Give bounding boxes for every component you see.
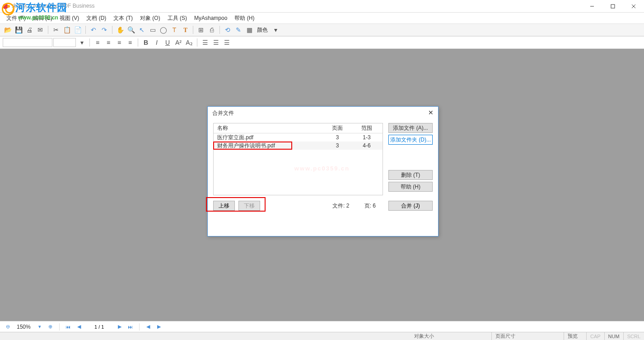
menu-file[interactable]: 文件 (F): [4, 14, 28, 23]
subscript-icon[interactable]: A₂: [184, 38, 194, 47]
file-list[interactable]: 名称 页面 范围 医疗室立面.pdf 3 1-3 财务用户操作说明书.pdf 3…: [213, 123, 383, 195]
cut-icon[interactable]: ✂: [51, 25, 61, 35]
font-size-dropdown[interactable]: [53, 38, 76, 47]
undo-icon[interactable]: ↶: [89, 25, 98, 35]
menu-edit[interactable]: 编辑 (E): [30, 14, 55, 23]
last-page-button[interactable]: ⏭: [126, 323, 135, 331]
form-icon[interactable]: ⊞: [196, 25, 206, 35]
status-page-size: 页面尺寸: [492, 332, 564, 340]
row-range: 1-3: [351, 134, 383, 141]
fill-icon[interactable]: ▦: [244, 25, 254, 35]
line-spacing-3-icon[interactable]: ☰: [222, 38, 232, 47]
page-count: 页: 6: [364, 203, 376, 209]
maximize-button[interactable]: [602, 0, 623, 13]
zoom-in-button[interactable]: ⊕: [47, 323, 55, 331]
paste-icon[interactable]: 📄: [73, 25, 83, 35]
nav-forward-button[interactable]: ▶: [155, 323, 163, 331]
menu-object[interactable]: 对象 (O): [137, 14, 163, 23]
email-icon[interactable]: ✉: [35, 25, 45, 35]
list-row[interactable]: 财务用户操作说明书.pdf 3 4-6: [214, 142, 383, 150]
copy-icon[interactable]: 📋: [62, 25, 72, 35]
page-number-input[interactable]: [86, 324, 113, 330]
bottom-nav-bar: ⊖ 150% ▾ ⊕ ⏮ ◀ ▶ ⏭ ◀ ▶: [0, 321, 644, 332]
link-icon[interactable]: ⟲: [223, 25, 233, 35]
minimize-button[interactable]: [582, 0, 602, 13]
row-pages: 3: [324, 134, 351, 141]
title-bar: 未命名 - Ashampoo PDF Business: [0, 0, 644, 13]
print-icon[interactable]: 🖨: [24, 25, 34, 35]
hand-icon[interactable]: ✋: [115, 25, 125, 35]
column-name[interactable]: 名称: [214, 124, 324, 132]
select-rect-icon[interactable]: ▭: [148, 25, 158, 35]
delete-button[interactable]: 删除 (T): [388, 170, 433, 180]
line-spacing-2-icon[interactable]: ☰: [211, 38, 221, 47]
dialog-close-button[interactable]: ✕: [427, 109, 434, 117]
row-name: 医疗室立面.pdf: [214, 134, 324, 142]
list-header: 名称 页面 范围: [214, 123, 383, 133]
menu-myashampoo[interactable]: MyAshampoo: [191, 14, 230, 22]
dialog-title-bar[interactable]: 合并文件 ✕: [208, 107, 438, 119]
file-count: 文件: 2: [332, 203, 349, 209]
align-right-icon[interactable]: ≡: [114, 38, 124, 47]
select-oval-icon[interactable]: ◯: [159, 25, 168, 35]
font-size-dropdown-icon[interactable]: ▾: [77, 38, 87, 47]
status-num: NUM: [605, 332, 624, 340]
row-name: 财务用户操作说明书.pdf: [214, 142, 324, 150]
text-box-icon[interactable]: 𝐓: [180, 25, 190, 35]
zoom-value[interactable]: 150%: [14, 323, 33, 331]
color-dropdown-icon[interactable]: ▾: [271, 25, 280, 35]
center-watermark: www.pc0359.cn: [294, 165, 350, 172]
stamp-icon[interactable]: ⎙: [207, 25, 217, 35]
row-range: 4-6: [351, 142, 383, 149]
text-icon[interactable]: T: [169, 25, 179, 35]
redo-icon[interactable]: ↷: [99, 25, 109, 35]
add-folder-button[interactable]: 添加文件夹 (D)...: [388, 135, 433, 145]
superscript-icon[interactable]: A²: [173, 38, 183, 47]
bold-icon[interactable]: B: [141, 38, 151, 47]
first-page-button[interactable]: ⏮: [64, 323, 72, 331]
align-left-icon[interactable]: ≡: [93, 38, 103, 47]
svg-rect-1: [611, 5, 615, 8]
menu-help[interactable]: 帮助 (H): [232, 14, 257, 23]
status-cap: CAP: [587, 332, 605, 340]
color-label: 颜色: [255, 26, 270, 34]
dialog-title: 合并文件: [212, 109, 234, 117]
align-justify-icon[interactable]: ≡: [125, 38, 135, 47]
italic-icon[interactable]: I: [152, 38, 162, 47]
list-row[interactable]: 医疗室立面.pdf 3 1-3: [214, 133, 383, 142]
status-object-size: 对象大小: [411, 332, 492, 340]
highlight-icon[interactable]: ✎: [233, 25, 243, 35]
next-page-button[interactable]: ▶: [116, 323, 124, 331]
menu-bar: 文件 (F) 编辑 (E) 视图 (V) 文档 (D) 文本 (T) 对象 (O…: [0, 13, 644, 24]
app-icon: [2, 3, 9, 10]
align-center-icon[interactable]: ≡: [103, 38, 113, 47]
save-icon[interactable]: 💾: [14, 25, 23, 35]
open-icon[interactable]: 📂: [3, 25, 13, 35]
merge-button[interactable]: 合并 (J): [388, 201, 433, 211]
font-family-dropdown[interactable]: [3, 38, 52, 47]
nav-back-button[interactable]: ◀: [144, 323, 152, 331]
row-pages: 3: [324, 142, 351, 149]
pointer-icon[interactable]: ↖: [137, 25, 147, 35]
menu-document[interactable]: 文档 (D): [84, 14, 109, 23]
add-file-button[interactable]: 添加文件 (A)...: [388, 123, 433, 133]
menu-tools[interactable]: 工具 (S): [165, 14, 190, 23]
zoom-out-button[interactable]: ⊖: [4, 323, 12, 331]
status-scrl: SCRL: [624, 332, 644, 340]
menu-view[interactable]: 视图 (V): [57, 14, 82, 23]
menu-text[interactable]: 文本 (T): [111, 14, 135, 23]
zoom-icon[interactable]: 🔍: [126, 25, 136, 35]
column-pages[interactable]: 页面: [324, 124, 351, 132]
underline-icon[interactable]: U: [163, 38, 173, 47]
prev-page-button[interactable]: ◀: [75, 323, 83, 331]
move-up-button[interactable]: 上移: [213, 201, 235, 211]
toolbar-format: ▾ ≡ ≡ ≡ ≡ B I U A² A₂ ☰ ☰ ☰: [0, 36, 644, 49]
help-button[interactable]: 帮助 (H): [388, 182, 433, 192]
status-bar: 对象大小 页面尺寸 预览 CAP NUM SCRL: [0, 332, 644, 340]
line-spacing-1-icon[interactable]: ☰: [200, 38, 210, 47]
status-preview: 预览: [564, 332, 587, 340]
column-range[interactable]: 范围: [351, 124, 383, 132]
close-button[interactable]: [623, 0, 644, 13]
zoom-dropdown-icon[interactable]: ▾: [36, 323, 44, 331]
move-down-button[interactable]: 下移: [238, 201, 260, 211]
